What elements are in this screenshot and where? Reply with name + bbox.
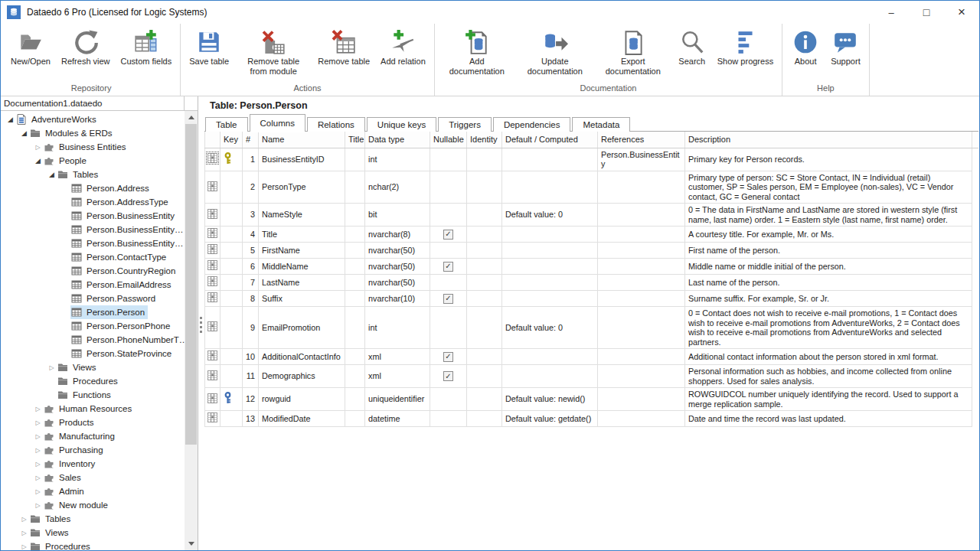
- expand-arrow-icon[interactable]: ▷: [33, 461, 43, 468]
- grid-row-4[interactable]: 4Titlenvarchar(8)✓A courtesy title. For …: [205, 227, 979, 243]
- grid-row-1[interactable]: 1BusinessEntityIDintPerson.BusinessEntit…: [205, 148, 979, 171]
- collapse-arrow-icon[interactable]: ◢: [19, 129, 29, 137]
- tree-item-procedures[interactable]: Procedures: [1, 374, 185, 388]
- collapse-arrow-icon[interactable]: ◢: [47, 171, 57, 178]
- row-selector-icon[interactable]: [207, 209, 217, 219]
- tree-item-products[interactable]: ▷Products: [1, 416, 185, 429]
- tree-scrollbar[interactable]: [185, 111, 198, 550]
- tree-item-admin[interactable]: ▷Admin: [1, 484, 185, 498]
- scrollbar-thumb[interactable]: [185, 124, 197, 445]
- expand-arrow-icon[interactable]: ▷: [19, 543, 29, 550]
- row-selector-icon[interactable]: [207, 276, 217, 286]
- grid-row-9[interactable]: 9EmailPromotionintDefault value: 00 = Co…: [205, 307, 979, 349]
- tree-item-person-personphone[interactable]: Person.PersonPhone: [1, 319, 185, 333]
- tree-item-business-entities[interactable]: ▷Business Entities: [1, 140, 185, 154]
- tree-item-person-emailaddress[interactable]: Person.EmailAddress: [1, 278, 185, 292]
- expand-arrow-icon[interactable]: ▷: [33, 144, 43, 151]
- tree-item-people[interactable]: ◢People: [1, 154, 185, 168]
- add-documentation-button[interactable]: Add documentation: [438, 25, 516, 81]
- tree-item-person-businessentity[interactable]: Person.BusinessEntity: [1, 209, 185, 223]
- scroll-down-icon[interactable]: [185, 537, 198, 550]
- row-selector-icon[interactable]: [207, 350, 217, 360]
- tree-item-person-businessentity[interactable]: Person.BusinessEntity…: [1, 223, 185, 236]
- grid-row-3[interactable]: 3NameStylebitDefault value: 00 = The dat…: [205, 204, 979, 227]
- tree-item-person-password[interactable]: Person.Password: [1, 292, 185, 305]
- add-relation-button[interactable]: Add relation: [375, 25, 431, 81]
- grid-row-2[interactable]: 2PersonTypenchar(2)Primary type of perso…: [205, 171, 979, 204]
- grid-row-11[interactable]: 11Demographicsxml✓Personal information s…: [205, 365, 979, 388]
- expand-arrow-icon[interactable]: ▷: [33, 419, 43, 426]
- tree-item-views[interactable]: ▷Views: [1, 360, 185, 374]
- search-button[interactable]: Search: [672, 25, 712, 81]
- close-button[interactable]: ×: [944, 1, 979, 24]
- grid-row-13[interactable]: 13ModifiedDatedatetimeDefault value: get…: [205, 411, 979, 427]
- column-header-description[interactable]: Description: [685, 132, 972, 148]
- tree-item-purchasing[interactable]: ▷Purchasing: [1, 443, 185, 457]
- tab-triggers[interactable]: Triggers: [438, 117, 492, 132]
- scroll-up-icon[interactable]: [185, 111, 198, 124]
- row-selector-icon[interactable]: [207, 292, 217, 302]
- row-selector-icon[interactable]: [207, 260, 217, 270]
- save-table-button[interactable]: Save table: [184, 25, 234, 81]
- column-header-[interactable]: #: [243, 132, 259, 148]
- tree-item-procedures[interactable]: ▷Procedures: [1, 540, 185, 550]
- export-documentation-button[interactable]: Export documentation: [594, 25, 672, 81]
- tree-item-functions[interactable]: Functions: [1, 388, 185, 402]
- nullable-checkbox[interactable]: ✓: [443, 262, 453, 272]
- expand-arrow-icon[interactable]: ▷: [19, 516, 29, 523]
- tree-item-manufacturing[interactable]: ▷Manufacturing: [1, 429, 185, 443]
- expand-arrow-icon[interactable]: ▷: [33, 406, 43, 412]
- row-selector-icon[interactable]: [207, 228, 217, 238]
- expand-arrow-icon[interactable]: ▷: [33, 447, 43, 454]
- grid-row-7[interactable]: 7LastNamenvarchar(50)Last name of the pe…: [205, 275, 979, 291]
- minimize-button[interactable]: –: [874, 1, 909, 24]
- collapse-arrow-icon[interactable]: ◢: [33, 157, 43, 165]
- tree-item-person-address[interactable]: Person.Address: [1, 181, 185, 195]
- tree-item-human-resources[interactable]: ▷Human Resources: [1, 402, 185, 416]
- expand-arrow-icon[interactable]: ▷: [33, 433, 43, 440]
- maximize-button[interactable]: □: [909, 1, 944, 24]
- column-header-title[interactable]: Title: [345, 132, 365, 148]
- tree-item-modules-erds[interactable]: ◢Modules & ERDs: [1, 126, 185, 140]
- grid-row-8[interactable]: 8Suffixnvarchar(10)✓Surname suffix. For …: [205, 291, 979, 307]
- row-selector-icon[interactable]: [207, 412, 217, 422]
- expand-arrow-icon[interactable]: ▷: [33, 474, 43, 481]
- tree-item-views[interactable]: ▷Views: [1, 526, 185, 540]
- column-header-nullable[interactable]: Nullable: [430, 132, 467, 148]
- collapse-arrow-icon[interactable]: ◢: [5, 116, 15, 123]
- row-selector-icon[interactable]: [207, 370, 217, 380]
- expand-arrow-icon[interactable]: ▷: [33, 502, 43, 509]
- tree-item-sales[interactable]: ▷Sales: [1, 471, 185, 484]
- row-selector-icon[interactable]: [207, 244, 217, 254]
- expand-arrow-icon[interactable]: ▷: [47, 364, 57, 371]
- remove-table-button[interactable]: Remove table: [312, 25, 375, 81]
- tab-table[interactable]: Table: [205, 117, 248, 132]
- expand-arrow-icon[interactable]: ▷: [33, 488, 43, 495]
- tree-item-new-module[interactable]: ▷New module: [1, 498, 185, 512]
- column-header-data-type[interactable]: Data type: [365, 132, 430, 148]
- nullable-checkbox[interactable]: ✓: [443, 230, 453, 240]
- tree-item-person-stateprovince[interactable]: Person.StateProvince: [1, 347, 185, 360]
- tab-dependencies[interactable]: Dependencies: [493, 117, 571, 132]
- nullable-checkbox[interactable]: ✓: [443, 371, 453, 381]
- update-documentation-button[interactable]: Update documentation: [516, 25, 594, 81]
- grid-row-10[interactable]: 10AdditionalContactInfoxml✓Additional co…: [205, 349, 979, 365]
- new-open-button[interactable]: New/Open: [5, 25, 56, 81]
- grid-row-6[interactable]: 6MiddleNamenvarchar(50)✓Middle name or m…: [205, 259, 979, 275]
- show-progress-button[interactable]: Show progress: [712, 25, 779, 81]
- tree-item-person-contacttype[interactable]: Person.ContactType: [1, 250, 185, 264]
- column-header-identity[interactable]: Identity: [467, 132, 502, 148]
- column-header-references[interactable]: References: [598, 132, 685, 148]
- tree-item-person-countryregion[interactable]: Person.CountryRegion: [1, 264, 185, 278]
- column-header-default-computed[interactable]: Default / Computed: [502, 132, 598, 148]
- refresh-view-button[interactable]: Refresh view: [56, 25, 116, 81]
- panel-splitter[interactable]: [198, 96, 204, 550]
- column-header-key[interactable]: Key: [220, 132, 243, 148]
- tab-relations[interactable]: Relations: [307, 117, 365, 132]
- tree-item-person-phonenumbert[interactable]: Person.PhoneNumberT…: [1, 333, 185, 347]
- tree-item-person-businessentity[interactable]: Person.BusinessEntity…: [1, 236, 185, 250]
- tree-item-tables[interactable]: ◢Tables: [1, 168, 185, 181]
- tab-unique-keys[interactable]: Unique keys: [367, 117, 436, 132]
- tab-columns[interactable]: Columns: [250, 114, 305, 132]
- row-selector-icon[interactable]: [207, 321, 217, 331]
